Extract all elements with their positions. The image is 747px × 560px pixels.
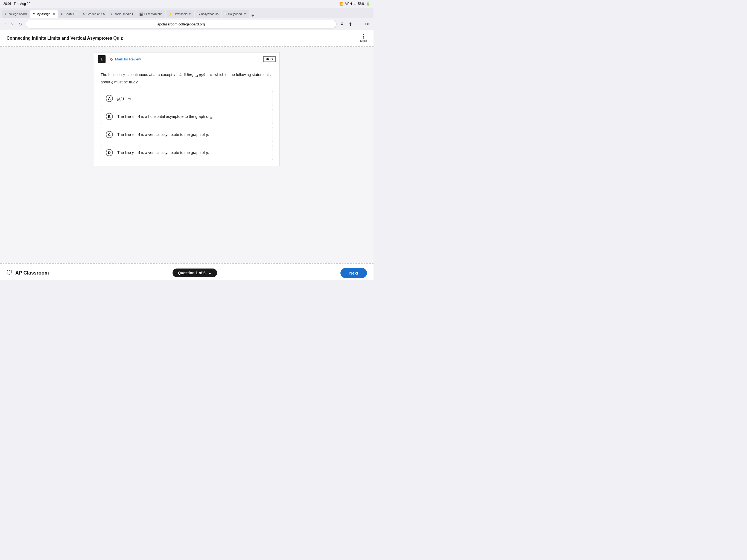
status-right: 📶 VPN ◎ 56% 🔋 [339, 2, 370, 6]
browser-chrome: G college board M My Assign ✕ C ChatGPT … [0, 8, 374, 30]
ap-logo-text: AP Classroom [15, 270, 49, 276]
tab-favicon-7: ⚡ [169, 12, 172, 16]
question-text: The function g is continuous at all x ex… [101, 72, 273, 85]
vpn-badge: VPN [345, 2, 352, 6]
tab-how-social[interactable]: ⚡ How social m [166, 10, 194, 18]
choice-b[interactable]: B The line x = 4 is a horizontal asympto… [101, 109, 273, 124]
chevron-up-icon: ▲ [208, 271, 212, 275]
choice-text-a: g(4) = ∞ [117, 96, 131, 101]
mark-for-review-button[interactable]: 🔖 Mark for Review [109, 57, 141, 61]
tab-favicon-4: S [83, 12, 85, 16]
tab-close-button[interactable]: ✕ [53, 12, 55, 16]
choice-text-d: The line y = 4 is a vertical asymptote t… [117, 150, 209, 155]
dot-3 [363, 37, 364, 39]
tab-film-marketing[interactable]: 🎬 Film Marketin [136, 10, 165, 18]
var-g-1: g [123, 73, 125, 77]
page-title: Connecting Infinite Limits and Vertical … [6, 36, 123, 41]
answer-choices: A g(4) = ∞ B The line x = 4 is a horizon… [101, 91, 273, 160]
ap-shield-icon: 🛡 [6, 269, 12, 276]
new-tab-button[interactable]: + [250, 13, 256, 18]
choice-d[interactable]: D The line y = 4 is a vertical asymptote… [101, 145, 273, 160]
tab-label-9: Hollywood Re [228, 12, 247, 16]
choice-c[interactable]: C The line x = 4 is a vertical asymptote… [101, 127, 273, 142]
question-body: The function g is continuous at all x ex… [94, 66, 279, 166]
var-x-1: x [158, 73, 160, 77]
tab-college-board[interactable]: G college board [2, 10, 29, 18]
choice-letter-a: A [106, 95, 113, 102]
dot-2 [363, 36, 364, 37]
tab-grades[interactable]: S Grades and A [80, 10, 108, 18]
choice-letter-d: D [106, 149, 113, 156]
tab-favicon-6: 🎬 [139, 12, 143, 16]
wifi-icon: 📶 [339, 2, 343, 6]
question-number: 1 [98, 55, 106, 63]
page-header: Connecting Infinite Limits and Vertical … [0, 30, 374, 47]
tab-hollywood-re[interactable]: B Hollywood Re [222, 10, 249, 18]
choice-a[interactable]: A g(4) = ∞ [101, 91, 273, 106]
tab-favicon-3: C [61, 12, 63, 16]
mark-review-label: Mark for Review [115, 57, 141, 61]
question-container: 1 🔖 Mark for Review ABC The function g i… [94, 52, 280, 166]
microphone-icon[interactable]: 🎙 [339, 21, 345, 28]
tab-hollywood[interactable]: G hollywood so [195, 10, 221, 18]
bookmark-icon: 🔖 [109, 57, 113, 61]
tab-favicon-9: B [225, 12, 226, 16]
tab-label-2: My Assign [36, 12, 50, 16]
question-number-box: 1 🔖 Mark for Review [98, 55, 141, 63]
tab-label-4: Grades and A [86, 12, 105, 16]
choice-letter-c: C [106, 131, 113, 138]
ap-logo: 🛡 AP Classroom [6, 269, 49, 276]
tab-label-1: college board [9, 12, 27, 16]
limit-notation: limx→4 g(x) = ∞ [187, 73, 212, 77]
tab-favicon-1: G [5, 12, 7, 16]
tab-my-assign[interactable]: M My Assign ✕ [30, 10, 58, 18]
battery: 56% [358, 2, 364, 6]
more-label: More [360, 39, 367, 42]
tab-label-6: Film Marketin [145, 12, 162, 16]
question-indicator-label: Question 1 of 6 [178, 271, 206, 275]
footer: 🛡 AP Classroom Question 1 of 6 ▲ Next [0, 263, 374, 280]
downloads-icon[interactable]: ⬚ [356, 21, 362, 28]
battery-icon: 🔋 [366, 2, 370, 6]
more-dots-icon [363, 34, 364, 39]
tab-label-5: social media r [114, 12, 133, 16]
next-button[interactable]: Next [340, 268, 367, 278]
nav-icons: 🎙 ⬆ ⬚ ••• [339, 21, 371, 28]
tab-label-7: How social m [174, 12, 191, 16]
question-header: 1 🔖 Mark for Review ABC [94, 52, 279, 66]
status-bar: 20:01 Thu Aug 29 📶 VPN ◎ 56% 🔋 [0, 0, 374, 8]
tab-chatgpt[interactable]: C ChatGPT [58, 10, 80, 18]
tab-favicon-5: G [111, 12, 113, 16]
question-indicator-button[interactable]: Question 1 of 6 ▲ [173, 269, 217, 277]
url-input[interactable] [30, 22, 333, 26]
tab-favicon-8: G [198, 12, 200, 16]
var-g-2: g [111, 80, 113, 84]
tab-label-8: hollywood so [201, 12, 219, 16]
date: Thu Aug 29 [14, 2, 30, 6]
dot-1 [363, 34, 364, 35]
navigation-bar: ‹ › ↻ 🎙 ⬆ ⬚ ••• [0, 18, 374, 30]
more-button[interactable]: More [360, 34, 367, 42]
back-button[interactable]: ‹ [3, 21, 7, 28]
address-bar[interactable] [26, 20, 337, 28]
tab-bar: G college board M My Assign ✕ C ChatGPT … [0, 8, 374, 18]
tab-label-3: ChatGPT [65, 12, 77, 16]
var-x-eq: x [173, 73, 175, 77]
choice-text-b: The line x = 4 is a horizontal asymptote… [117, 114, 213, 119]
share-icon[interactable]: ⬆ [347, 21, 353, 28]
abc-button[interactable]: ABC [263, 56, 276, 62]
tab-social-media[interactable]: G social media r [108, 10, 136, 18]
forward-button[interactable]: › [9, 21, 14, 28]
status-left: 20:01 Thu Aug 29 [3, 2, 30, 6]
main-content: 1 🔖 Mark for Review ABC The function g i… [0, 47, 374, 263]
more-options-button[interactable]: ••• [364, 21, 371, 28]
location-icon: ◎ [354, 2, 356, 6]
time: 20:01 [3, 2, 11, 6]
choice-letter-b: B [106, 113, 113, 120]
tab-favicon-2: M [33, 12, 35, 16]
choice-text-c: The line x = 4 is a vertical asymptote t… [117, 132, 209, 137]
refresh-button[interactable]: ↻ [17, 21, 24, 28]
